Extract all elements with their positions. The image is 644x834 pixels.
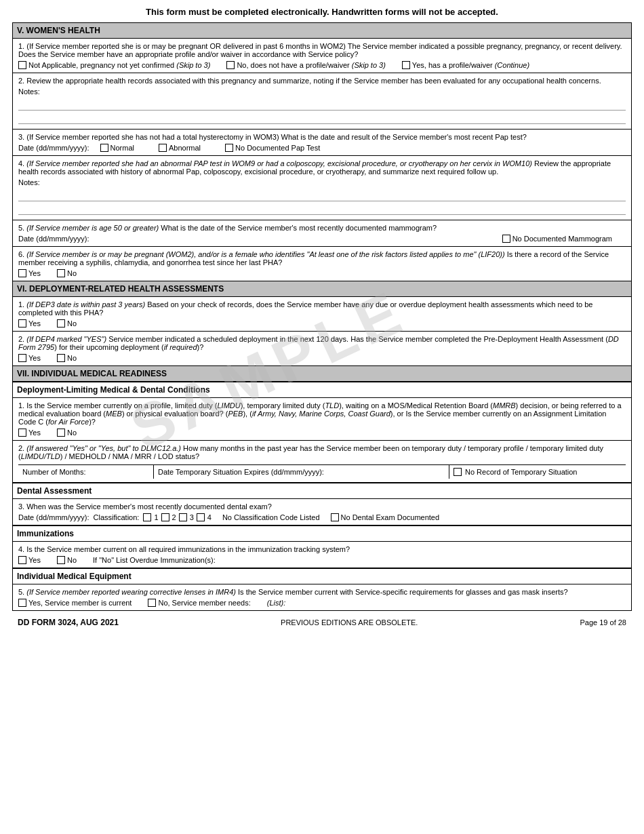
dep-q1-yes-checkbox[interactable] xyxy=(18,319,26,327)
imr-q5-yes-checkbox[interactable] xyxy=(18,599,26,607)
dep-q1-no-item: No xyxy=(57,319,77,327)
womens-health-q1-text: 1. (If Service member reported she is or… xyxy=(18,42,626,58)
womens-health-q3-date-label: Date (dd/mmm/yyyy): xyxy=(18,144,89,152)
dep-q1-no-label: No xyxy=(67,319,77,327)
q3-abnormal-checkbox[interactable] xyxy=(159,144,167,152)
dental-no-class-box: No Classification Code Listed xyxy=(222,513,320,521)
womens-health-q4-text: 4. (If Service member reported she had a… xyxy=(18,159,626,176)
imr-sub2-header: Dental Assessment xyxy=(13,483,631,499)
q1-opt2-checkbox[interactable] xyxy=(226,61,235,69)
imr-q5-no-label: No, Service member needs: xyxy=(158,599,250,607)
dep-q2-yes-checkbox[interactable] xyxy=(18,354,26,362)
q1-opt1-skip: (Skip to 3) xyxy=(176,61,210,69)
q6-no-label: No xyxy=(67,269,77,277)
dental-no-exam-label: No Dental Exam Documented xyxy=(341,513,440,521)
imr-q5-block: 5. (If Service member reported wearing c… xyxy=(13,584,631,610)
dental-4-label: 4 xyxy=(207,513,212,521)
q3-nodoc-checkbox[interactable] xyxy=(225,144,233,152)
q6-yes-label: Yes xyxy=(28,269,41,277)
womens-health-q2-notes-label: Notes: xyxy=(18,87,626,96)
womens-health-q1-options: Not Applicable, pregnancy not yet confir… xyxy=(18,61,626,69)
imr-q2-no-record-checkbox[interactable] xyxy=(454,468,462,476)
womens-health-q6-text: 6. (If Service member is or may be pregn… xyxy=(18,250,626,266)
q1-opt2-item: No, does not have a profile/waiver (Skip… xyxy=(226,61,385,69)
imr-q3-text: 3. When was the Service member's most re… xyxy=(18,502,626,511)
imr-q1-block: 1. Is the Service member currently on a … xyxy=(13,398,631,441)
imr-q1-no-label: No xyxy=(67,429,77,437)
dep-q2-no-checkbox[interactable] xyxy=(57,354,65,362)
deployment-q1-options: Yes No xyxy=(18,319,626,327)
imr-q5-text: 5. (If Service member reported wearing c… xyxy=(18,588,626,596)
dental-2-label: 2 xyxy=(172,513,176,521)
dental-1-checkbox[interactable] xyxy=(143,513,151,521)
imr-q2-block: 2. (If answered "Yes" or "Yes, but" to D… xyxy=(13,441,631,483)
imr-q2-no-record-label: No Record of Temporary Situation xyxy=(465,468,578,476)
dental-2-checkbox[interactable] xyxy=(161,513,169,521)
deployment-q2-text: 2. (If DEP4 marked "YES") Service member… xyxy=(18,335,626,351)
q1-opt3-item: Yes, has a profile/waiver (Continue) xyxy=(402,61,529,69)
womens-health-q5-text: 5. (If Service member is age 50 or great… xyxy=(18,224,626,232)
section-womens-health-header: V. WOMEN'S HEALTH xyxy=(13,23,631,39)
imr-q1-no-item: No xyxy=(57,429,77,437)
q3-normal-checkbox[interactable] xyxy=(100,144,108,152)
womens-health-q5-date-label: Date (dd/mmm/yyyy): xyxy=(18,235,89,243)
womens-health-q4-block: 4. (If Service member reported she had a… xyxy=(13,156,631,220)
q5-nodoc-item: No Documented Mammogram xyxy=(502,235,612,243)
q1-opt2-label: No, does not have a profile/waiver xyxy=(237,61,349,69)
dental-no-exam-checkbox[interactable] xyxy=(331,513,339,521)
imr-q1-no-checkbox[interactable] xyxy=(57,429,65,437)
dep-q1-no-checkbox[interactable] xyxy=(57,319,65,327)
q3-abnormal-label: Abnormal xyxy=(169,144,201,152)
imr-q4-no-item: No xyxy=(57,556,77,564)
womens-health-q4-notes-input2[interactable] xyxy=(18,204,626,215)
imr-q2-table: Number of Months: Date Temporary Situati… xyxy=(18,464,626,479)
womens-health-q5-block: 5. (If Service member is age 50 or great… xyxy=(13,220,631,247)
q1-opt2-skip: (Skip to 3) xyxy=(352,61,386,69)
dental-numbers: 1 2 3 4 xyxy=(143,513,212,521)
imr-q3-date-row: Date (dd/mmm/yyyy): Classification: 1 2 … xyxy=(18,513,626,521)
q1-opt3-checkbox[interactable] xyxy=(402,61,410,69)
womens-health-q3-date-row: Date (dd/mmm/yyyy): Normal Abnormal No D… xyxy=(18,144,626,152)
imr-q3-block: 3. When was the Service member's most re… xyxy=(13,499,631,525)
imr-q4-text: 4. Is the Service member current on all … xyxy=(18,545,626,553)
imr-q4-if-no-label: If "No" List Overdue Immunization(s): xyxy=(93,556,216,564)
imr-q1-yes-label: Yes xyxy=(28,429,41,437)
dep-q2-yes-item: Yes xyxy=(18,354,41,362)
womens-health-q3-block: 3. (If Service member reported she has n… xyxy=(13,130,631,156)
dental-4-checkbox[interactable] xyxy=(197,513,205,521)
imr-q4-options: Yes No If "No" List Overdue Immunization… xyxy=(18,556,626,564)
womens-health-q2-notes-input[interactable] xyxy=(18,100,626,111)
page-title: This form must be completed electronical… xyxy=(12,7,632,17)
imr-q4-yes-checkbox[interactable] xyxy=(18,556,26,564)
imr-q4-yes-label: Yes xyxy=(28,556,41,564)
womens-health-q2-notes-input2[interactable] xyxy=(18,113,626,124)
q1-opt1-label: Not Applicable, pregnancy not yet confir… xyxy=(28,61,174,69)
womens-health-q2-text: 2. Review the appropriate health records… xyxy=(18,77,626,85)
deployment-q2-block: 2. (If DEP4 marked "YES") Service member… xyxy=(13,332,631,366)
deployment-q1-block: 1. (If DEP3 date is within past 3 years)… xyxy=(13,297,631,332)
imr-q5-options: Yes, Service member is current No, Servi… xyxy=(18,599,626,607)
dep-q1-yes-label: Yes xyxy=(28,319,41,327)
imr-q1-text: 1. Is the Service member currently on a … xyxy=(18,401,626,426)
q5-nodoc-checkbox[interactable] xyxy=(502,235,510,243)
imr-q5-yes-label: Yes, Service member is current xyxy=(28,599,132,607)
q3-nodoc-item: No Documented Pap Test xyxy=(225,144,320,152)
womens-health-q4-notes-input[interactable] xyxy=(18,191,626,201)
q1-opt1-checkbox[interactable] xyxy=(18,61,26,69)
dental-no-exam-item: No Dental Exam Documented xyxy=(331,513,440,521)
dental-3-checkbox[interactable] xyxy=(179,513,187,521)
dep-q2-no-label: No xyxy=(67,354,77,362)
imr-q5-no-checkbox[interactable] xyxy=(148,599,156,607)
imr-q4-no-checkbox[interactable] xyxy=(57,556,65,564)
dental-3-label: 3 xyxy=(190,513,194,521)
womens-health-q3-text: 3. (If Service member reported she has n… xyxy=(18,133,626,141)
imr-q2-date-temp-cell: Date Temporary Situation Expires (dd/mmm… xyxy=(154,465,449,479)
q3-normal-item: Normal xyxy=(100,144,134,152)
imr-q2-no-record-cell: No Record of Temporary Situation xyxy=(449,465,626,479)
q6-no-checkbox[interactable] xyxy=(57,269,65,277)
q6-yes-checkbox[interactable] xyxy=(18,269,26,277)
imr-q1-yes-checkbox[interactable] xyxy=(18,429,26,437)
womens-health-q1-block: 1. (If Service member reported she is or… xyxy=(13,39,631,73)
imr-q2-num-months-cell: Number of Months: xyxy=(18,465,154,479)
q3-abnormal-item: Abnormal xyxy=(159,144,201,152)
